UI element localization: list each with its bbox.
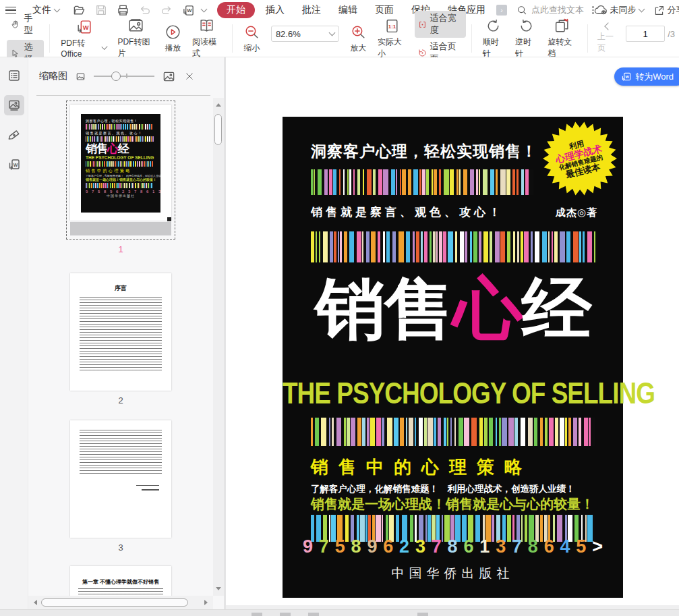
rotate-clockwise-label: 顺时针 (483, 36, 504, 59)
hand-tool-label: 手型 (24, 12, 39, 36)
scroll-left-arrow[interactable] (34, 600, 37, 605)
thumbnail-horizontal-scrollbar[interactable] (28, 596, 213, 609)
tab-edit[interactable]: 编辑 (332, 2, 364, 18)
status-icon (417, 613, 428, 616)
divider (471, 24, 472, 53)
pdf-to-office-label: PDF转Office (61, 38, 101, 59)
previous-page-button[interactable]: 上一页 (597, 24, 619, 54)
book-cover: 洞察客户心理，轻松实现销售！ 销售就是察言、观色、攻心！ 成杰◎著 利用 心理学… (283, 117, 623, 598)
thumbnail-page-1-selected[interactable]: 洞察客户心理，轻松实现销售！ 销售就是察言、观色、攻心！ 销售心经 THE PS… (66, 101, 175, 240)
play-label: 播放 (165, 43, 181, 54)
close-panel-icon[interactable] (185, 72, 194, 81)
mini-book-cover: 洞察客户心理，轻松实现销售！ 销售就是察言、观色、攻心！ 销售心经 THE PS… (81, 114, 160, 213)
pdf-to-image-button[interactable]: PDF转图片 (112, 16, 159, 61)
fake-text-block (80, 297, 162, 372)
reading-mode-button[interactable]: 阅读模式 (187, 16, 227, 61)
barcode-strip (311, 169, 533, 195)
fit-width-button[interactable]: 适合宽度 (415, 11, 466, 38)
page-1-label: 1 (118, 244, 123, 254)
zoom-level-input[interactable] (276, 29, 330, 39)
hand-tool[interactable]: 手型 (7, 11, 44, 38)
sync-status[interactable]: 未同步 (594, 4, 644, 16)
thumbnail-list: 洞察客户心理，轻松实现销售！ 销售就是察言、观色、攻心！ 销售心经 THE PS… (28, 98, 213, 609)
selection-handle[interactable] (167, 217, 171, 221)
divider (587, 24, 588, 53)
chevron-down-icon[interactable] (201, 6, 208, 13)
scroll-down-arrow[interactable] (216, 587, 221, 590)
fit-width-label: 适合宽度 (430, 12, 461, 36)
actual-size-label: 实际大小 (378, 36, 407, 59)
thumbnail-panel: 缩略图 洞察客户心理，轻松实现销售！ 销售就是察言、观色、攻心！ (28, 57, 224, 609)
tab-insert[interactable]: 插入 (259, 2, 291, 18)
tab-comment[interactable]: 批注 (295, 2, 328, 18)
find-text-control[interactable]: 点此查找文本 (516, 4, 594, 16)
horizontal-scroll-thumb[interactable] (41, 598, 188, 607)
convert-to-word-button[interactable]: W 转为Word (614, 67, 679, 86)
page-2-label: 2 (118, 395, 123, 405)
find-text-placeholder: 点此查找文本 (531, 4, 584, 16)
redo-button[interactable] (160, 4, 173, 16)
rotate-clockwise-button[interactable]: 顺时针 (477, 16, 510, 61)
rotate-document-button[interactable]: 旋转文档 (542, 16, 582, 61)
toolbar: 手型 选择 W PDF转Office PDF转图片 播放 阅读模式 缩小 (0, 20, 679, 57)
reading-mode-label: 阅读模式 (192, 36, 221, 59)
chevron-down-icon (638, 6, 645, 13)
outline-panel-button[interactable] (4, 65, 24, 86)
small-thumbnail-icon (76, 72, 86, 82)
workspace: W 缩略图 洞察客户心理，轻松实现销售！ (0, 57, 679, 609)
share-button[interactable]: 分享 (653, 4, 679, 16)
status-icon (280, 613, 291, 616)
cover-badge: 利用 心理学战术 化解销售难题的 最佳读本 (534, 113, 626, 204)
pdf-to-office-button[interactable]: W PDF转Office (55, 18, 112, 60)
zoom-in-button[interactable]: 放大 (345, 22, 372, 55)
divider (49, 24, 50, 53)
open-folder-button[interactable] (73, 4, 86, 17)
thumbnails-panel-button[interactable] (4, 95, 24, 115)
vertical-scroll-thumb[interactable] (214, 114, 222, 145)
svg-text:W: W (187, 7, 192, 13)
thumbnail-page-3[interactable] (70, 420, 171, 538)
undo-button[interactable] (139, 4, 151, 16)
save-button[interactable] (95, 4, 107, 16)
previous-page-label: 上一页 (597, 31, 619, 54)
fake-text-block (78, 588, 163, 595)
svg-text:W: W (626, 75, 630, 79)
slider-knob[interactable] (111, 72, 121, 81)
cover-line2: 销售就是一场心理战！销售就是心与心的较量！ (311, 495, 594, 513)
cover-line1: 了解客户心理，化解销售难题！ 利用心理战术，创造骄人业绩！ (311, 483, 575, 495)
page-number-input[interactable] (626, 26, 665, 42)
cover-subtitle-english: THE PSYCHOLOGY OF SELLING (283, 377, 623, 411)
pdf-to-word-quick-icon[interactable]: W (182, 4, 195, 17)
print-button[interactable] (117, 4, 129, 17)
cover-publisher: 中国华侨出版社 (283, 565, 623, 582)
pdf-to-word-panel-button[interactable]: W (4, 155, 24, 175)
chevron-down-icon (54, 6, 61, 13)
thumbnail-page-1[interactable]: 洞察客户心理，轻松实现销售！ 销售就是察言、观色、攻心！ 销售心经 THE PS… (70, 105, 171, 221)
barcode-strip (311, 418, 595, 446)
status-icon (308, 613, 319, 616)
thumbnail-vertical-scrollbar[interactable] (213, 98, 224, 596)
sidebar-icon-strip: W (0, 57, 28, 609)
page-number-field[interactable]: /3 (626, 26, 675, 42)
share-label: 分享 (668, 4, 679, 16)
app-window: 文件 W 开始 (0, 0, 679, 616)
status-bar (0, 609, 679, 616)
cover-tagline-top: 洞察客户心理，轻松实现销售！ (311, 141, 537, 162)
more-tabs-button[interactable]: › (496, 5, 507, 16)
zoom-out-button[interactable]: 缩小 (238, 22, 266, 55)
page-total-label: /3 (668, 29, 675, 39)
zoom-level-combobox[interactable] (271, 26, 339, 42)
play-button[interactable]: 播放 (159, 22, 187, 55)
zoom-in-label: 放大 (350, 43, 366, 54)
preface-heading: 序言 (70, 273, 171, 293)
thumbnail-page-2[interactable]: 序言 (70, 273, 171, 391)
cover-tagline-sub: 销售就是察言、观色、攻心！ (311, 204, 504, 220)
actual-size-button[interactable]: 1:1 实际大小 (372, 16, 412, 61)
scroll-right-arrow[interactable] (204, 600, 208, 605)
annotation-pen-button[interactable] (4, 125, 24, 145)
scroll-up-arrow[interactable] (216, 103, 221, 107)
thumbnail-size-slider[interactable] (94, 72, 154, 81)
cover-title: 销售心经 (276, 273, 630, 344)
chevron-down-icon[interactable] (328, 30, 335, 36)
rotate-counterclockwise-button[interactable]: 逆时针 (510, 16, 542, 61)
